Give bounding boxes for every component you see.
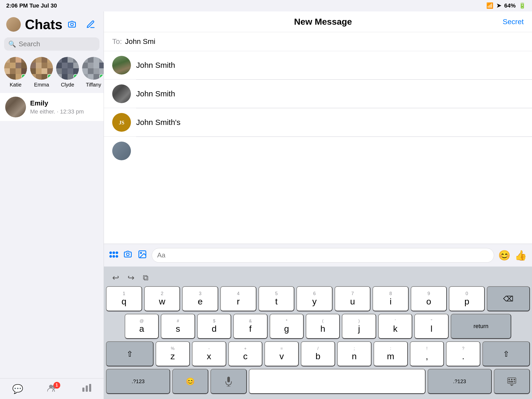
to-input[interactable] xyxy=(125,37,524,46)
tab-chats[interactable]: 💬 xyxy=(6,382,29,396)
key-m[interactable]: :m xyxy=(374,341,408,366)
svg-rect-25 xyxy=(510,381,513,382)
svg-text:JS: JS xyxy=(119,120,124,125)
key-i[interactable]: 8i xyxy=(373,286,409,311)
key-l[interactable]: "l xyxy=(414,314,448,339)
suggestion-item-2[interactable]: John Smith xyxy=(104,80,532,108)
key-space[interactable] xyxy=(249,369,425,394)
key-a[interactable]: @a xyxy=(125,314,159,339)
key-f[interactable]: &f xyxy=(233,314,267,339)
key-j[interactable]: )j xyxy=(342,314,376,339)
header-icons xyxy=(65,18,97,31)
story-item-clyde[interactable]: Clyde xyxy=(56,57,79,88)
key-shift-left[interactable]: ⇧ xyxy=(106,341,154,366)
chat-tab-icon: 💬 xyxy=(12,384,23,394)
keyboard-row-3: ⇧ %z -x +c =v /b xyxy=(106,341,530,366)
keyboard: ↩ ↪ ⧉ 1q 2w 3e 4r xyxy=(104,267,532,399)
story-avatar-tiffany xyxy=(82,57,104,80)
key-q[interactable]: 1q xyxy=(106,286,142,311)
chat-item-emily[interactable]: Emily Me either. · 12:33 pm xyxy=(0,93,104,121)
undo-button[interactable]: ↩ xyxy=(110,272,121,284)
key-num-sym-right[interactable]: .?123 xyxy=(428,369,492,394)
key-u[interactable]: 7u xyxy=(335,286,371,311)
status-bar: 2:06 PM Tue Jul 30 📶 ➤ 64% 🔋 xyxy=(0,0,532,11)
suggestion-item-3[interactable]: JS John Smith's xyxy=(104,108,532,137)
redo-button[interactable]: ↪ xyxy=(125,272,137,284)
chat-avatar-emily xyxy=(5,97,26,117)
story-item-tiffany[interactable]: Tiffany xyxy=(82,57,104,88)
emoji-icon[interactable]: 😊 xyxy=(498,250,510,261)
key-keyboard-hide[interactable] xyxy=(494,369,530,394)
suggestion-avatar-3: JS xyxy=(112,113,131,132)
status-time: 2:06 PM Tue Jul 30 xyxy=(6,2,57,9)
dots-icon[interactable] xyxy=(109,251,118,260)
key-y[interactable]: 6y xyxy=(296,286,332,311)
key-comma[interactable]: !, xyxy=(410,341,444,366)
suggestion-avatar-2 xyxy=(112,84,131,103)
story-item-emma[interactable]: Emma xyxy=(30,57,53,88)
profile-avatar[interactable] xyxy=(6,17,21,32)
key-x[interactable]: -x xyxy=(192,341,226,366)
key-period[interactable]: ?. xyxy=(446,341,480,366)
photo-icon[interactable] xyxy=(137,250,148,261)
suggestions-list: John Smith John Smith JS Jo xyxy=(104,51,532,244)
svg-rect-20 xyxy=(508,378,516,383)
keyboard-toolbar: ↩ ↪ ⧉ xyxy=(106,270,530,286)
app-container: Chats 🔍 xyxy=(0,11,532,399)
key-g[interactable]: *g xyxy=(270,314,304,339)
key-h[interactable]: (h xyxy=(306,314,340,339)
key-emoji[interactable]: 😊 xyxy=(172,369,208,394)
svg-rect-4 xyxy=(86,385,88,392)
camera-button[interactable] xyxy=(65,18,79,31)
svg-rect-3 xyxy=(82,388,84,392)
search-bar[interactable]: 🔍 xyxy=(4,37,99,51)
to-field: To: xyxy=(104,32,532,51)
key-o[interactable]: 9o xyxy=(411,286,447,311)
key-e[interactable]: 3e xyxy=(182,286,218,311)
message-text-input[interactable] xyxy=(152,248,494,263)
key-s[interactable]: #s xyxy=(161,314,195,339)
status-right: 📶 ➤ 64% 🔋 xyxy=(486,2,526,9)
keyboard-row-2: @a #s $d &f *g (h xyxy=(106,314,530,339)
key-k[interactable]: 'k xyxy=(378,314,412,339)
key-t[interactable]: 5t xyxy=(258,286,295,311)
search-icon: 🔍 xyxy=(8,41,16,48)
contacts-badge: 1 xyxy=(54,382,60,389)
key-n[interactable]: ;n xyxy=(337,341,371,366)
suggestion-item-1[interactable]: John Smith xyxy=(104,51,532,79)
search-input[interactable] xyxy=(19,40,95,48)
key-c[interactable]: +c xyxy=(228,341,263,366)
key-return[interactable]: return xyxy=(451,314,511,339)
key-num-sym-left[interactable]: .?123 xyxy=(106,369,170,394)
tab-contacts[interactable]: 1 xyxy=(41,381,64,396)
tab-discover[interactable] xyxy=(76,381,98,397)
sidebar: Chats 🔍 xyxy=(0,11,104,399)
suggestion-item-4[interactable] xyxy=(104,137,532,165)
thumbs-up-icon[interactable]: 👍 xyxy=(515,250,527,261)
secret-button[interactable]: Secret xyxy=(503,18,524,26)
clipboard-button[interactable]: ⧉ xyxy=(141,272,150,283)
key-delete[interactable]: ⌫ xyxy=(487,286,530,311)
key-v[interactable]: =v xyxy=(264,341,299,366)
key-microphone[interactable] xyxy=(210,369,247,394)
key-w[interactable]: 2w xyxy=(144,286,180,311)
svg-point-13 xyxy=(116,255,118,258)
key-z[interactable]: %z xyxy=(156,341,190,366)
key-r[interactable]: 4r xyxy=(220,286,256,311)
chat-list: Emily Me either. · 12:33 pm xyxy=(0,93,104,378)
svg-rect-24 xyxy=(508,381,510,382)
story-item-katie[interactable]: Katie xyxy=(4,57,27,88)
key-d[interactable]: $d xyxy=(197,314,231,339)
svg-point-8 xyxy=(109,251,112,254)
camera-input-icon[interactable] xyxy=(123,250,133,261)
key-shift-right[interactable]: ⇧ xyxy=(482,341,530,366)
svg-rect-23 xyxy=(514,379,515,380)
key-b[interactable]: /b xyxy=(301,341,335,366)
story-row: Katie Emma xyxy=(0,55,104,93)
keyboard-rows: 1q 2w 3e 4r 5t 6y xyxy=(106,286,530,399)
story-avatar-katie xyxy=(4,57,27,80)
compose-button[interactable] xyxy=(84,18,97,31)
online-indicator xyxy=(73,74,78,79)
suggestion-name-3: John Smith's xyxy=(136,118,181,127)
key-p[interactable]: 0p xyxy=(449,286,485,311)
